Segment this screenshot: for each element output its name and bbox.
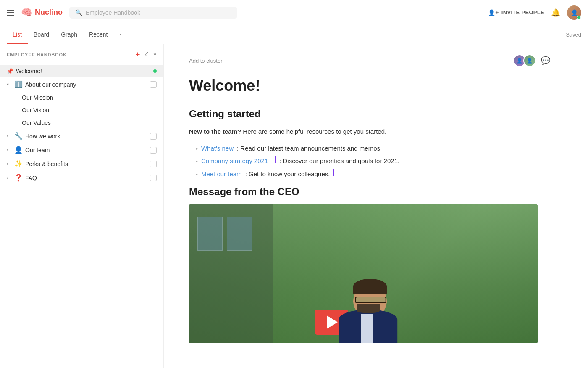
- faq-emoji: ❓: [14, 174, 23, 182]
- faq-checkbox[interactable]: [150, 175, 157, 181]
- chevron-right-icon-faq: ›: [7, 175, 12, 180]
- list-item-whats-new: What's new: Read our latest team announc…: [189, 143, 563, 154]
- sidebar-group-header-how[interactable]: › 🔧 How we work: [0, 129, 163, 143]
- sidebar-actions: + ⤢ «: [136, 50, 157, 59]
- chevron-down-icon: ▾: [7, 82, 12, 87]
- sidebar-group-perks: › ✨ Perks & benefits: [0, 157, 163, 171]
- chevron-right-icon-perks: ›: [7, 161, 12, 166]
- sidebar-items: 📌 Welcome! ▾ ℹ️ About our company Our Mi…: [0, 63, 163, 186]
- pin-icon: 📌: [7, 68, 13, 74]
- perks-label: Perks & benefits: [25, 161, 147, 167]
- sidebar-group-header-about[interactable]: ▾ ℹ️ About our company: [0, 77, 163, 91]
- online-dot: [153, 69, 157, 73]
- tab-recent[interactable]: Recent: [83, 25, 113, 44]
- cursor-indicator-1: [275, 156, 276, 163]
- video-container[interactable]: [189, 204, 538, 343]
- bell-icon[interactable]: 🔔: [551, 8, 560, 17]
- sidebar-subitem-vision[interactable]: Our Vision: [0, 104, 163, 116]
- hamburger-menu[interactable]: [7, 10, 14, 16]
- expand-icon[interactable]: ⤢: [144, 50, 149, 59]
- invite-people-button[interactable]: 👤+ INVITE PEOPLE: [488, 9, 544, 16]
- team-label: Our team: [25, 147, 147, 154]
- strategy-link[interactable]: Company strategy 2021: [201, 156, 268, 166]
- tabs-bar: List Board Graph Recent ⋯ Saved: [0, 25, 588, 44]
- team-checkbox[interactable]: [150, 147, 157, 154]
- collab-avatar-2: 👤: [523, 54, 536, 67]
- add-item-icon[interactable]: +: [136, 50, 140, 59]
- meet-team-link[interactable]: Meet our team: [201, 169, 242, 179]
- section2-heading: Message from the CEO: [189, 186, 563, 198]
- whats-new-link[interactable]: What's new: [201, 143, 234, 154]
- chevron-right-icon: ›: [7, 134, 12, 138]
- meet-rest: : Get to know your colleagues.: [245, 169, 330, 179]
- collaborators: 👤 👤: [513, 54, 536, 67]
- main-area: EMPLOYEE HANDBOOK + ⤢ « 📌 Welcome! ▾ ℹ️ …: [0, 44, 588, 368]
- values-label: Our Values: [22, 119, 51, 126]
- invite-label: INVITE PEOPLE: [501, 9, 544, 16]
- mission-label: Our Mission: [22, 94, 53, 101]
- sidebar: EMPLOYEE HANDBOOK + ⤢ « 📌 Welcome! ▾ ℹ️ …: [0, 44, 164, 368]
- app-name: Nuclino: [35, 8, 63, 17]
- tab-graph[interactable]: Graph: [55, 25, 83, 44]
- intro-paragraph: New to the team? Here are some helpful r…: [189, 127, 563, 137]
- whats-new-rest: : Read our latest team announcements and…: [237, 143, 382, 154]
- sidebar-header: EMPLOYEE HANDBOOK + ⤢ «: [0, 44, 163, 63]
- how-checkbox[interactable]: [150, 133, 157, 140]
- sidebar-group-header-perks[interactable]: › ✨ Perks & benefits: [0, 157, 163, 171]
- team-emoji: 👤: [14, 146, 23, 154]
- sidebar-group-header-team[interactable]: › 👤 Our team: [0, 143, 163, 157]
- content-toolbar: Add to cluster 👤 👤 💬 ⋮: [189, 54, 563, 67]
- sidebar-group-about: ▾ ℹ️ About our company Our Mission Our V…: [0, 77, 163, 129]
- search-bar[interactable]: 🔍 Employee Handbook: [69, 7, 237, 19]
- sidebar-group-team: › 👤 Our team: [0, 143, 163, 157]
- saved-label: Saved: [566, 32, 581, 38]
- sidebar-title: EMPLOYEE HANDBOOK: [7, 52, 132, 57]
- faq-label: FAQ: [25, 175, 147, 181]
- search-icon: 🔍: [75, 9, 82, 16]
- perks-checkbox[interactable]: [150, 161, 157, 167]
- add-to-cluster-button[interactable]: Add to cluster: [189, 58, 223, 64]
- about-checkbox[interactable]: [150, 81, 157, 88]
- tab-board[interactable]: Board: [28, 25, 55, 44]
- list-item-meet: Meet our team: Get to know your colleagu…: [189, 169, 563, 179]
- search-placeholder: Employee Handbook: [86, 9, 140, 16]
- sidebar-group-how: › 🔧 How we work: [0, 129, 163, 143]
- collapse-sidebar-icon[interactable]: «: [153, 50, 157, 59]
- strategy-rest-text: : Discover our priorities and goals for …: [279, 156, 399, 166]
- about-label: About our company: [25, 81, 147, 88]
- sidebar-subitem-values[interactable]: Our Values: [0, 116, 163, 129]
- resource-list: What's new: Read our latest team announc…: [189, 143, 563, 179]
- online-indicator: [577, 16, 581, 19]
- nav-right: 👤+ INVITE PEOPLE 🔔 👤: [488, 5, 581, 20]
- section1-heading: Getting started: [189, 108, 563, 120]
- about-emoji: ℹ️: [14, 80, 23, 88]
- sidebar-item-welcome[interactable]: 📌 Welcome!: [0, 65, 163, 77]
- logo: 🧠 Nuclino: [21, 7, 63, 18]
- list-item-strategy: Company strategy 2021: Discover our prio…: [189, 156, 563, 166]
- top-nav: 🧠 Nuclino 🔍 Employee Handbook 👤+ INVITE …: [0, 0, 588, 25]
- intro-text: Here are some helpful resources to get y…: [241, 128, 386, 135]
- person-plus-icon: 👤+: [488, 9, 499, 16]
- brain-icon: 🧠: [21, 7, 32, 18]
- how-label: How we work: [25, 133, 147, 140]
- cursor-indicator-2: [333, 169, 334, 176]
- play-triangle-icon: [327, 315, 338, 329]
- how-emoji: 🔧: [14, 132, 23, 140]
- comment-icon[interactable]: 💬: [541, 56, 550, 65]
- vision-label: Our Vision: [22, 107, 49, 114]
- video-background: [189, 204, 538, 343]
- sidebar-group-faq: › ❓ FAQ: [0, 171, 163, 185]
- welcome-label: Welcome!: [16, 68, 151, 74]
- more-tabs-icon[interactable]: ⋯: [113, 30, 128, 39]
- doc-title: Welcome!: [189, 77, 563, 95]
- sidebar-subitem-mission[interactable]: Our Mission: [0, 91, 163, 104]
- more-options-icon[interactable]: ⋮: [555, 56, 563, 65]
- chevron-right-icon-team: ›: [7, 148, 12, 152]
- content-area: Add to cluster 👤 👤 💬 ⋮ Welcome! Getting …: [164, 44, 588, 368]
- perks-emoji: ✨: [14, 160, 23, 168]
- intro-bold: New to the team?: [189, 128, 241, 135]
- user-avatar-wrapper[interactable]: 👤: [567, 5, 581, 20]
- tab-list[interactable]: List: [7, 25, 28, 44]
- content-actions: 👤 👤 💬 ⋮: [513, 54, 563, 67]
- sidebar-group-header-faq[interactable]: › ❓ FAQ: [0, 171, 163, 185]
